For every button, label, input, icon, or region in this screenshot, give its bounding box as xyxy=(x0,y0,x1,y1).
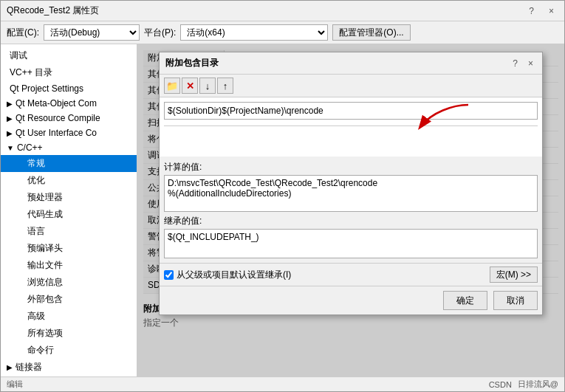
config-select[interactable]: 活动(Debug) xyxy=(44,24,140,41)
computed-val-2: %(AdditionalIncludeDirectories) xyxy=(168,188,534,199)
sidebar-item-advanced[interactable]: 高级 xyxy=(1,308,137,325)
annotation-arrow xyxy=(409,101,476,137)
dialog-overlay: 附加包含目录 ? × 📁 ✕ xyxy=(137,44,564,376)
extra-text: 日排流风@ xyxy=(518,379,558,390)
sidebar-item-pch[interactable]: 预编译头 xyxy=(1,240,137,257)
move-up-button[interactable]: ↑ xyxy=(217,78,233,94)
sidebar-item-general[interactable]: 常规 xyxy=(1,155,137,172)
expand-arrow-icon: ▶ xyxy=(7,100,13,108)
main-window: QRecode_Test2 属性页 ? × 配置(C): 活动(Debug) 平… xyxy=(0,0,565,392)
platform-select[interactable]: 活动(x64) xyxy=(180,24,328,41)
sidebar-label-qt-resource: Qt Resource Compile xyxy=(16,113,100,123)
sidebar-item-all-options[interactable]: 所有选项 xyxy=(1,325,137,342)
sidebar-item-external[interactable]: 外部包含 xyxy=(1,291,137,308)
expand-arrow-icon-3: ▶ xyxy=(7,129,13,137)
up-arrow-icon: ↑ xyxy=(223,80,228,92)
sidebar-item-debug[interactable]: 调试 xyxy=(1,47,137,64)
add-folder-button[interactable]: 📁 xyxy=(164,78,180,94)
sidebar-item-qt-resource[interactable]: ▶ Qt Resource Compile xyxy=(1,111,137,125)
sidebar-item-qt-meta[interactable]: ▶ Qt Meta-Object Com xyxy=(1,96,137,111)
sidebar-label-qt-ui: Qt User Interface Co xyxy=(16,128,97,138)
csdn-label: CSDN xyxy=(489,380,512,389)
status-text: 编辑 xyxy=(7,379,23,390)
sidebar-item-codegen[interactable]: 代码生成 xyxy=(1,206,137,223)
sidebar-label-cpp: C/C++ xyxy=(17,142,43,153)
inherited-val: $(Qt_INCLUDEPATH_) xyxy=(168,232,534,242)
dialog-title-bar: 附加包含目录 ? × xyxy=(160,52,542,75)
sidebar-item-cpp[interactable]: ▼ C/C++ xyxy=(1,140,137,155)
dialog-bottom: 确定 取消 xyxy=(160,286,542,314)
sidebar-item-language[interactable]: 语言 xyxy=(1,223,137,240)
dialog-title-controls: ? × xyxy=(510,58,536,69)
computed-val-1: D:\msvcTest\QRcode_Test\QRecode_Test2\qr… xyxy=(168,178,534,188)
config-label: 配置(C): xyxy=(7,27,39,39)
title-controls: ? × xyxy=(524,4,558,18)
window-title: QRecode_Test2 属性页 xyxy=(7,4,99,17)
inherited-value-box: $(Qt_INCLUDEPATH_) xyxy=(164,229,538,258)
expand-arrow-icon-5: ▶ xyxy=(7,363,13,371)
dialog-ok-button[interactable]: 确定 xyxy=(443,291,487,310)
sidebar-item-vc[interactable]: VC++ 目录 xyxy=(1,64,137,81)
sidebar-item-browse[interactable]: 浏览信息 xyxy=(1,274,137,291)
sidebar: 调试 VC++ 目录 Qt Project Settings ▶ Qt Meta… xyxy=(1,44,137,376)
macro-button[interactable]: 宏(M) >> xyxy=(490,267,538,283)
close-button[interactable]: × xyxy=(544,4,558,18)
inherit-row: 从父级或项目默认设置继承(I) 宏(M) >> xyxy=(160,263,542,286)
toolbar: 配置(C): 活动(Debug) 平台(P): 活动(x64) 配置管理器(O)… xyxy=(1,21,564,44)
sidebar-item-linker[interactable]: ▶ 链接器 xyxy=(1,359,137,376)
dialog-toolbar: 📁 ✕ ↓ ↑ xyxy=(160,75,542,97)
computed-value-box: D:\msvcTest\QRcode_Test\QRecode_Test2\qr… xyxy=(164,175,538,212)
sidebar-item-preprocessor[interactable]: 预处理器 xyxy=(1,189,137,206)
dialog-title: 附加包含目录 xyxy=(165,57,219,69)
platform-label: 平台(P): xyxy=(144,27,176,39)
path-input-field[interactable] xyxy=(164,102,538,120)
dialog-help-button[interactable]: ? xyxy=(510,58,521,69)
delete-icon: ✕ xyxy=(186,80,194,92)
config-manager-button[interactable]: 配置管理器(O)... xyxy=(332,24,410,41)
sidebar-item-qt-ui[interactable]: ▶ Qt User Interface Co xyxy=(1,125,137,140)
inherit-label: 从父级或项目默认设置继承(I) xyxy=(177,269,291,281)
help-button[interactable]: ? xyxy=(524,4,538,18)
inherited-label: 继承的值: xyxy=(164,215,538,227)
expand-arrow-icon-2: ▶ xyxy=(7,114,13,123)
dialog-path-list xyxy=(160,97,542,157)
sidebar-label-linker: 链接器 xyxy=(16,361,42,374)
dialog-cancel-button[interactable]: 取消 xyxy=(493,291,538,310)
delete-entry-button[interactable]: ✕ xyxy=(182,78,198,94)
sidebar-item-optimize[interactable]: 优化 xyxy=(1,172,137,189)
sidebar-item-cmdline[interactable]: 命令行 xyxy=(1,342,137,359)
down-arrow-icon: ↓ xyxy=(205,80,210,92)
folder-icon: 📁 xyxy=(166,80,178,92)
status-bar: 编辑 CSDN 日排流风@ xyxy=(1,376,564,391)
sidebar-item-qt-project[interactable]: Qt Project Settings xyxy=(1,81,137,96)
move-down-button[interactable]: ↓ xyxy=(199,78,216,94)
sidebar-label-qt-meta: Qt Meta-Object Com xyxy=(16,98,97,109)
inherit-checkbox[interactable] xyxy=(164,270,174,280)
main-panel: 附加包含目录 $(SolutionDir)$(ProjectName)\qren… xyxy=(137,44,564,376)
expand-arrow-icon-4: ▼ xyxy=(7,144,14,152)
dialog-computed-section: 计算的值: D:\msvcTest\QRcode_Test\QRecode_Te… xyxy=(160,157,542,263)
dialog-close-button[interactable]: × xyxy=(525,58,536,69)
include-dirs-dialog: 附加包含目录 ? × 📁 ✕ xyxy=(159,52,543,315)
title-bar: QRecode_Test2 属性页 ? × xyxy=(1,1,564,21)
path-separator xyxy=(164,125,538,126)
sidebar-item-output[interactable]: 输出文件 xyxy=(1,257,137,274)
computed-label: 计算的值: xyxy=(164,161,538,173)
content-area: 调试 VC++ 目录 Qt Project Settings ▶ Qt Meta… xyxy=(1,44,564,376)
